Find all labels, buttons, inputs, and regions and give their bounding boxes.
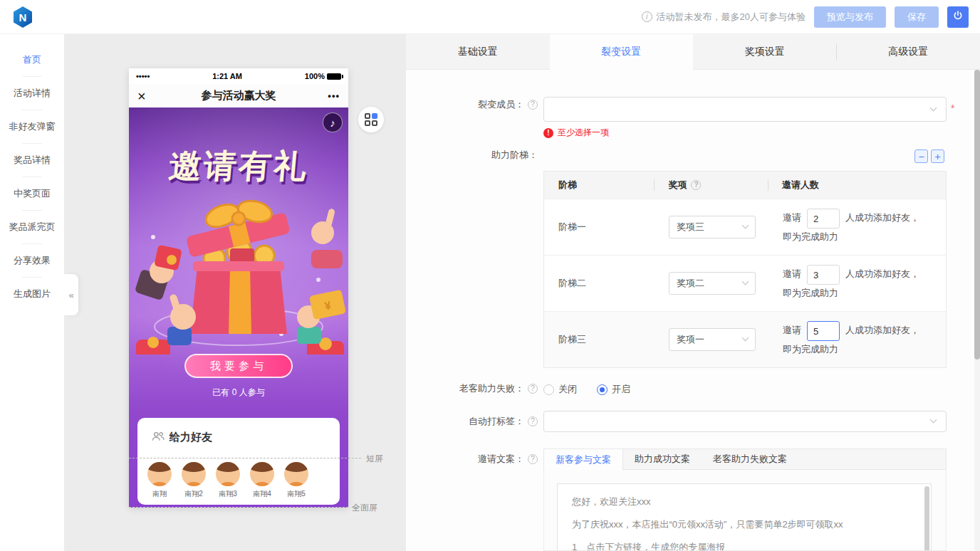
help-icon[interactable]: ? — [528, 384, 538, 394]
friends-avatar-row: 南翔 南翔2 南翔3 南翔4 — [147, 462, 308, 499]
radio-close[interactable]: 关闭 — [543, 383, 577, 396]
power-button[interactable] — [947, 6, 969, 28]
poster-headline: 邀请有礼 — [129, 145, 348, 189]
sidebar-item-winning-page[interactable]: 中奖页面 — [0, 187, 64, 200]
ladder-table: 阶梯 奖项 ? 邀请人数 阶梯一 奖项三 邀请人成功添加好友，即为完成助力 阶梯… — [543, 171, 947, 368]
invite-copy-label: 邀请文案： ? — [406, 453, 538, 466]
tab-new-customer-copy[interactable]: 新客参与文案 — [543, 448, 623, 470]
app-logo: N — [11, 6, 34, 28]
gift-illustration: ¥ — [132, 187, 345, 355]
power-icon — [952, 10, 964, 23]
fission-member-label-text: 裂变成员： — [478, 98, 524, 111]
chevron-down-icon — [930, 104, 937, 111]
required-asterisk: * — [951, 103, 954, 114]
radio-circle-checked-icon — [597, 384, 608, 395]
short-screen-label: 短屏 — [366, 453, 383, 465]
copy-line: 为了庆祝xxx，本店推出“0元领xx活动”，只需要简单2步即可领取xx — [572, 517, 917, 532]
radio-open[interactable]: 开启 — [597, 383, 630, 396]
radio-close-label: 关闭 — [558, 383, 577, 396]
join-button[interactable]: 我要参与 — [184, 354, 293, 378]
prize-select-tier-3[interactable]: 奖项一 — [669, 328, 756, 351]
table-row-tier-3: 阶梯三 奖项一 邀请人成功添加好友，即为完成助力 — [544, 311, 946, 367]
preview-publish-button[interactable]: 预览与发布 — [814, 6, 886, 28]
invite-rule: 邀请人成功添加好友，即为完成助力 — [768, 265, 933, 302]
chevron-down-icon — [742, 222, 749, 229]
tab-basic-settings[interactable]: 基础设置 — [406, 34, 550, 70]
panel-scrollbar-thumb[interactable] — [974, 70, 980, 360]
invite-prefix: 邀请 — [783, 268, 801, 279]
friends-card-title: 给力好友 — [170, 431, 212, 444]
ladder-label: 助力阶梯： — [406, 149, 538, 162]
add-tier-button[interactable]: + — [931, 149, 944, 163]
help-icon[interactable]: ? — [528, 454, 538, 464]
prize-select-tier-1[interactable]: 奖项三 — [669, 216, 756, 238]
friend-item: 南翔5 — [284, 462, 308, 499]
sidebar-collapse-button[interactable]: « — [64, 274, 78, 315]
publish-status-text: 活动暂未发布，最多20人可参与体验 — [657, 11, 806, 23]
old-customer-fail-label-text: 老客助力失败： — [459, 382, 524, 395]
sidebar-divider — [22, 76, 42, 77]
tab-advanced-settings[interactable]: 高级设置 — [837, 34, 980, 70]
radio-circle-icon — [543, 384, 554, 395]
tab-assist-success-copy[interactable]: 助力成功文案 — [623, 449, 702, 469]
textarea-scrollbar-thumb[interactable] — [924, 486, 929, 551]
collapse-icon: « — [68, 290, 73, 300]
help-icon[interactable]: ? — [528, 100, 538, 110]
fission-member-label: 裂变成员： ? — [406, 98, 538, 111]
friend-item: 南翔3 — [216, 462, 240, 499]
table-row-tier-2: 阶梯二 奖项二 邀请人成功添加好友，即为完成助力 — [544, 255, 946, 311]
save-button[interactable]: 保存 — [895, 6, 939, 28]
signal-dots-icon: ••••• — [136, 72, 150, 80]
sidebar-item-prize-out-page[interactable]: 奖品派完页 — [0, 221, 64, 233]
panel-scrollbar-track[interactable] — [974, 70, 980, 551]
friend-item: 南翔 — [147, 462, 172, 499]
prize-select-tier-2[interactable]: 奖项二 — [669, 272, 756, 295]
invite-count-input-tier-2[interactable] — [807, 265, 840, 285]
invite-copy-textarea[interactable]: 您好，欢迎关注xxx 为了庆祝xxx，本店推出“0元领xx活动”，只需要简单2步… — [557, 483, 932, 551]
avatar — [250, 462, 274, 486]
auto-tag-label-text: 自动打标签： — [469, 415, 524, 428]
remove-tier-button[interactable]: − — [914, 149, 928, 163]
tab-fission-settings[interactable]: 裂变设置 — [550, 34, 694, 70]
prize-select-value: 奖项三 — [677, 221, 704, 233]
activity-title: 参与活动赢大奖 — [129, 89, 348, 103]
table-row-tier-1: 阶梯一 奖项三 邀请人成功添加好友，即为完成助力 — [544, 199, 946, 255]
full-screen-label: 全面屏 — [352, 502, 377, 514]
sidebar-item-activity-detail[interactable]: 活动详情 — [0, 87, 64, 100]
phone-status-bar: ••••• 1:21 AM 100% — [129, 68, 348, 84]
chevron-down-icon — [930, 416, 937, 424]
copy-line: 1、点击下方链接，生成您的专属海报 — [572, 540, 917, 551]
sidebar-divider — [22, 243, 42, 244]
publish-status-note: i 活动暂未发布，最多20人可参与体验 — [642, 11, 806, 23]
prize-select-value: 奖项二 — [677, 277, 704, 290]
music-icon[interactable]: ♪ — [323, 112, 343, 132]
app-header: N i 活动暂未发布，最多20人可参与体验 预览与发布 保存 — [0, 0, 980, 34]
invite-suffix: 人成功添加好友，即为完成助力 — [783, 268, 919, 298]
invite-suffix: 人成功添加好友，即为完成助力 — [783, 212, 919, 242]
fission-member-select[interactable] — [543, 97, 947, 122]
sidebar-divider — [22, 277, 42, 278]
sidebar-item-prize-detail[interactable]: 奖品详情 — [0, 154, 64, 167]
auto-tag-select[interactable] — [543, 411, 947, 432]
tier-name: 阶梯二 — [544, 277, 655, 290]
invite-count-input-tier-1[interactable] — [807, 209, 840, 229]
tab-prize-settings[interactable]: 奖项设置 — [693, 34, 837, 70]
info-icon: i — [642, 11, 652, 22]
sidebar-item-share-effect[interactable]: 分享效果 — [0, 254, 64, 267]
sidebar-item-home[interactable]: 首页 — [0, 53, 64, 66]
ladder-label-text: 助力阶梯： — [491, 149, 538, 162]
help-icon[interactable]: ? — [528, 416, 538, 426]
sidebar-item-nonfriend-popup[interactable]: 非好友弹窗 — [0, 120, 64, 133]
tab-old-customer-fail-copy[interactable]: 老客助力失败文案 — [702, 449, 798, 469]
avatar — [182, 462, 206, 486]
invite-count-input-tier-3[interactable] — [807, 321, 840, 341]
full-screen-marker-line — [129, 507, 348, 508]
copy-line: 您好，欢迎关注xxx — [572, 494, 917, 510]
error-text: 至少选择一项 — [558, 127, 609, 139]
sidebar-item-generate-image[interactable]: 生成图片 — [0, 288, 64, 300]
layout-grid-button[interactable] — [358, 107, 384, 132]
people-icon — [152, 431, 165, 444]
help-icon[interactable]: ? — [691, 180, 701, 190]
ladder-table-header: 阶梯 奖项 ? 邀请人数 — [544, 172, 946, 199]
header-prize-text: 奖项 — [668, 179, 687, 191]
